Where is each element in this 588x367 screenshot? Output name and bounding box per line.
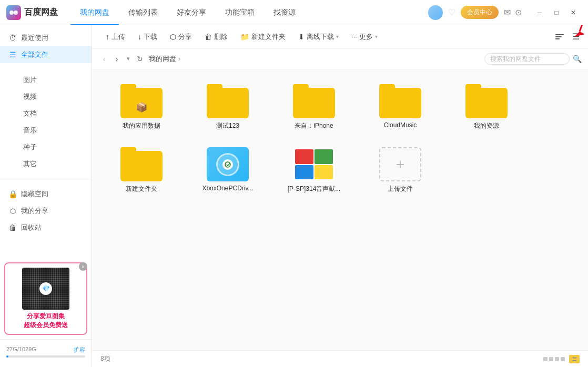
delete-button[interactable]: 🗑 删除 [199, 30, 233, 44]
search-input[interactable] [490, 55, 564, 63]
file-name-3: 来自：iPhone [295, 121, 333, 130]
svg-marker-3 [574, 32, 585, 37]
file-item-1[interactable]: 📦 我的应用数据 [105, 80, 178, 135]
share-button[interactable]: ⬡ 分享 [165, 30, 197, 44]
tab-my-disk[interactable]: 我的网盘 [70, 0, 119, 25]
sidebar-item-photos[interactable]: 图片 [15, 72, 92, 88]
ad-banner: × 💎 分享爱豆图集 超级会员免费送 [4, 262, 87, 335]
tab-share[interactable]: 好友分享 [167, 0, 216, 25]
refresh-button[interactable]: ↻ [134, 53, 146, 65]
nav-dropdown[interactable]: ▾ [124, 54, 133, 64]
file-name-8: [P-SP]314音声献... [288, 185, 341, 193]
offline-dl-icon: ⬇ [298, 33, 305, 41]
folder-icon-4 [379, 84, 421, 118]
minimize-button[interactable]: ─ [531, 6, 548, 19]
file-name-4: CloudMusic [384, 121, 417, 129]
breadcrumb-root[interactable]: 我的网盘 [149, 54, 176, 64]
sidebar-myshare-label: 我的分享 [21, 206, 48, 216]
file-item-7[interactable]: XboxOnePCDriv... [191, 143, 265, 198]
grid-cell [561, 357, 565, 361]
sidebar-item-other[interactable]: 其它 [15, 156, 92, 172]
main-layout: ⏱ 最近使用 ☰ 全部文件 图片 视频 文档 音乐 种子 [0, 25, 588, 367]
more-label: 更多 [359, 32, 373, 42]
ad-text1: 分享爱豆图集 [9, 312, 82, 321]
sidebar: ⏱ 最近使用 ☰ 全部文件 图片 视频 文档 音乐 种子 [0, 25, 92, 367]
settings-icon[interactable]: ⊙ [515, 7, 522, 17]
new-folder-icon: 📁 [240, 33, 249, 41]
sidebar-seed-label: 种子 [23, 142, 37, 152]
ad-close-button[interactable]: × [79, 262, 87, 271]
sidebar-private-label: 隐藏空间 [21, 189, 48, 199]
detail-view-button[interactable]: ☰ [569, 355, 580, 363]
breadcrumb-search: 🔍 [484, 53, 582, 65]
sidebar-item-videos[interactable]: 视频 [15, 88, 92, 105]
xbox-circle [216, 153, 239, 176]
file-item-9[interactable]: + 上传文件 [363, 143, 437, 198]
share-toolbar-icon: ⬡ [170, 33, 176, 41]
file-name-6: 新建文件夹 [126, 185, 157, 193]
file-grid: 📦 我的应用数据 测试123 [105, 80, 575, 198]
xbox-thumb [207, 147, 249, 181]
offline-dl-label: 离线下载 [307, 32, 334, 42]
maximize-button[interactable]: □ [548, 6, 565, 19]
tab-find[interactable]: 找资源 [264, 0, 305, 25]
recent-icon: ⏱ [8, 34, 17, 42]
download-button[interactable]: ↓ 下载 [133, 30, 163, 44]
file-item-8[interactable]: [P-SP]314音声献... [277, 143, 351, 198]
ad-text2: 超级会员免费送 [9, 321, 82, 330]
more-dropdown-icon: ▾ [375, 34, 378, 39]
tab-transfer[interactable]: 传输列表 [119, 0, 167, 25]
vip-button[interactable]: 会员中心 [461, 6, 499, 19]
grid-view-button[interactable] [543, 357, 565, 361]
more-button[interactable]: ··· 更多 ▾ [346, 30, 383, 44]
sort-icon[interactable] [555, 34, 564, 39]
sidebar-item-private[interactable]: 🔒 隐藏空间 [0, 186, 92, 202]
offline-dl-button[interactable]: ⬇ 离线下载 ▾ [293, 30, 344, 44]
sidebar-music-label: 音乐 [23, 126, 37, 135]
sidebar-item-all[interactable]: ☰ 全部文件 [0, 46, 92, 63]
folder-icon-2 [207, 84, 249, 118]
file-name-9: 上传文件 [388, 185, 413, 193]
file-item-2[interactable]: 测试123 [191, 80, 265, 135]
folder-icon-1: 📦 [120, 84, 163, 118]
search-icon[interactable]: 🔍 [573, 55, 582, 63]
grid-cell [543, 357, 548, 361]
ad-qr-code: 💎 [22, 268, 69, 310]
forward-arrow[interactable]: › [111, 53, 123, 65]
tab-tools[interactable]: 功能宝箱 [216, 0, 264, 25]
file-item-4[interactable]: CloudMusic [363, 80, 437, 135]
file-grid-area: 📦 我的应用数据 测试123 [92, 69, 588, 350]
logo-area: 百度网盘 [6, 5, 58, 20]
sidebar-item-myshare[interactable]: ⬡ 我的分享 [0, 202, 92, 219]
offline-dl-dropdown-icon[interactable]: ▾ [336, 34, 339, 39]
sidebar-item-docs[interactable]: 文档 [15, 105, 92, 122]
upload-label: 上传 [111, 32, 125, 42]
window-controls: ─ □ ✕ [531, 6, 582, 19]
more-dots: ··· [351, 33, 357, 40]
sidebar-item-trash[interactable]: 🗑 回收站 [0, 219, 92, 236]
storage-bar-container: 27G/1029G 扩容 [6, 346, 85, 358]
sidebar-item-music[interactable]: 音乐 [15, 122, 92, 139]
sidebar-videos-label: 视频 [23, 92, 37, 101]
mail-icon[interactable]: ✉ [504, 7, 511, 17]
file-item-6[interactable]: 新建文件夹 [105, 143, 178, 198]
file-item-5[interactable]: 我的资源 [450, 80, 523, 135]
all-files-icon: ☰ [8, 50, 17, 59]
back-arrow[interactable]: ‹ [98, 53, 110, 65]
new-folder-button[interactable]: 📁 新建文件夹 [235, 30, 291, 44]
delete-label: 删除 [214, 32, 228, 42]
sidebar-item-seed[interactable]: 种子 [15, 139, 92, 156]
file-count: 8项 [100, 354, 110, 363]
file-name-7: XboxOnePCDriv... [202, 185, 253, 192]
sidebar-item-recent[interactable]: ⏱ 最近使用 [0, 29, 92, 46]
download-icon: ↓ [138, 33, 141, 41]
expand-button[interactable]: 扩容 [74, 346, 85, 354]
sidebar-item-all-label: 全部文件 [21, 50, 48, 59]
breadcrumb-bar: ‹ › ▾ ↻ 我的网盘 › 🔍 [92, 48, 588, 69]
file-item-3[interactable]: 来自：iPhone [277, 80, 351, 135]
upload-button[interactable]: ↑ 上传 [100, 30, 130, 44]
title-bar: 百度网盘 我的网盘 传输列表 好友分享 功能宝箱 找资源 ♡ 会员中心 ✉ ⊙ … [0, 0, 588, 25]
close-button[interactable]: ✕ [565, 6, 582, 19]
list-view-icon[interactable]: ☰ [572, 32, 580, 42]
delete-icon: 🗑 [205, 33, 212, 41]
